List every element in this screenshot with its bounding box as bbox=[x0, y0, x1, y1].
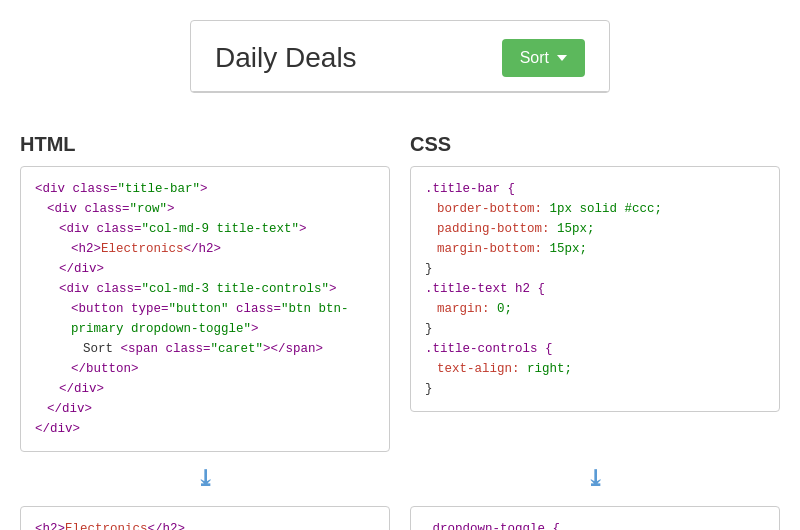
html-code-box: <div class="title-bar"> <div class="row"… bbox=[20, 166, 390, 452]
html-line-10: </div> bbox=[35, 379, 375, 399]
main-content: HTML <div class="title-bar"> <div class=… bbox=[0, 113, 800, 452]
css-line-4: margin-bottom: 15px; bbox=[425, 239, 765, 259]
chevron-row: ⤓ ⤓ bbox=[0, 452, 800, 506]
css-bottom-line-1: .dropdown-toggle { bbox=[425, 519, 765, 530]
css-code-box: .title-bar { border-bottom: 1px solid #c… bbox=[410, 166, 780, 412]
html-line-12: </div> bbox=[35, 419, 375, 439]
title-bar: Daily Deals Sort bbox=[191, 21, 609, 92]
css-line-1: .title-bar { bbox=[425, 179, 765, 199]
preview-area: Daily Deals Sort bbox=[190, 20, 610, 93]
css-line-2: border-bottom: 1px solid #ccc; bbox=[425, 199, 765, 219]
css-panel: CSS .title-bar { border-bottom: 1px soli… bbox=[410, 133, 780, 452]
chevron-right: ⤓ bbox=[410, 460, 780, 498]
chevron-left: ⤓ bbox=[20, 460, 390, 498]
preview-title: Daily Deals bbox=[215, 42, 357, 74]
html-bottom-panel: <h2>Electronics</h2> <button type="butto… bbox=[20, 506, 390, 530]
html-bottom-line-1: <h2>Electronics</h2> bbox=[35, 519, 375, 530]
html-line-6: <div class="col-md-3 title-controls"> bbox=[35, 279, 375, 299]
css-line-5: } bbox=[425, 259, 765, 279]
html-line-9: </button> bbox=[35, 359, 375, 379]
html-bottom-code-box: <h2>Electronics</h2> <button type="butto… bbox=[20, 506, 390, 530]
html-line-7: <button type="button" class="btn btn-pri… bbox=[35, 299, 375, 339]
css-line-7: margin: 0; bbox=[425, 299, 765, 319]
css-line-3: padding-bottom: 15px; bbox=[425, 219, 765, 239]
html-line-1: <div class="title-bar"> bbox=[35, 179, 375, 199]
bottom-content: <h2>Electronics</h2> <button type="butto… bbox=[0, 506, 800, 530]
sort-button[interactable]: Sort bbox=[502, 39, 585, 77]
html-line-8: Sort <span class="caret"></span> bbox=[35, 339, 375, 359]
css-line-8: } bbox=[425, 319, 765, 339]
css-panel-title: CSS bbox=[410, 133, 780, 156]
css-bottom-code-box: .dropdown-toggle { position: absolute; r… bbox=[410, 506, 780, 530]
css-line-6: .title-text h2 { bbox=[425, 279, 765, 299]
html-line-11: </div> bbox=[35, 399, 375, 419]
css-line-10: text-align: right; bbox=[425, 359, 765, 379]
chevron-down-icon-right: ⤓ bbox=[586, 466, 604, 492]
chevron-down-icon-left: ⤓ bbox=[196, 466, 214, 492]
html-panel: HTML <div class="title-bar"> <div class=… bbox=[20, 133, 390, 452]
html-line-2: <div class="row"> bbox=[35, 199, 375, 219]
css-line-9: .title-controls { bbox=[425, 339, 765, 359]
caret-icon bbox=[557, 55, 567, 61]
html-panel-title: HTML bbox=[20, 133, 390, 156]
html-line-4: <h2>Electronics</h2> bbox=[35, 239, 375, 259]
html-line-5: </div> bbox=[35, 259, 375, 279]
sort-label: Sort bbox=[520, 49, 549, 67]
css-line-11: } bbox=[425, 379, 765, 399]
css-bottom-panel: .dropdown-toggle { position: absolute; r… bbox=[410, 506, 780, 530]
html-line-3: <div class="col-md-9 title-text"> bbox=[35, 219, 375, 239]
